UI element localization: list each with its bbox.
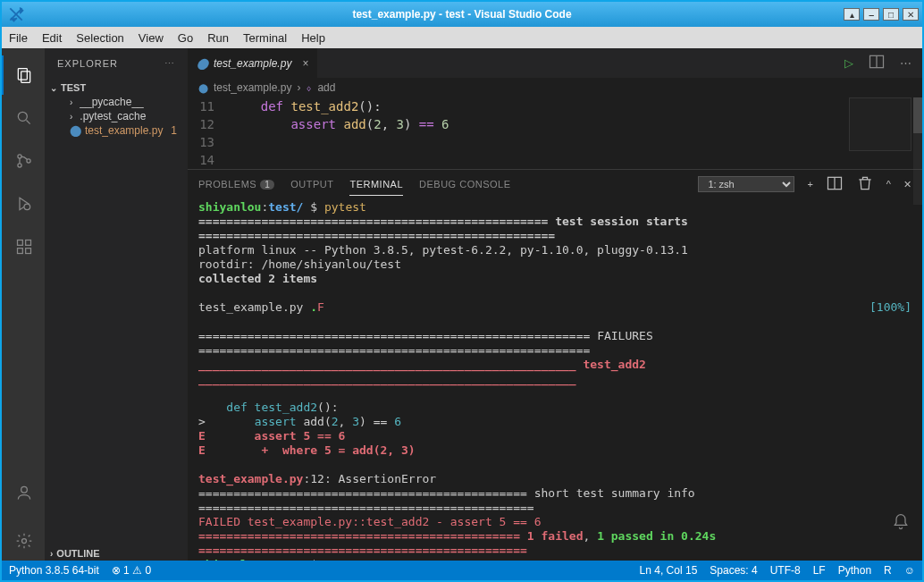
panel: PROBLEMS1 OUTPUT TERMINAL DEBUG CONSOLE … (188, 169, 922, 561)
tree-item-testfile[interactable]: ⬤test_example.py1 (45, 123, 188, 138)
notifications-icon[interactable] (892, 513, 910, 534)
symbol-method-icon: ⬨ (306, 81, 312, 94)
chevron-right-icon: › (297, 81, 300, 94)
run-debug-icon[interactable] (2, 184, 45, 224)
menu-terminal[interactable]: Terminal (243, 31, 287, 45)
menu-edit[interactable]: Edit (42, 31, 62, 45)
warning-icon: ⚠ (132, 564, 142, 577)
chevron-down-icon: ⌄ (50, 83, 57, 93)
split-terminal-icon[interactable] (826, 174, 844, 194)
window-title: test_example.py - test - Visual Studio C… (352, 8, 571, 21)
sidebar: EXPLORER ⋯ ⌄TEST ›__pycache__ ›.pytest_c… (45, 48, 188, 561)
run-icon[interactable]: ▷ (844, 56, 853, 70)
svg-rect-1 (21, 72, 30, 83)
menu-view[interactable]: View (139, 31, 164, 45)
python-file-icon: ⬤ (70, 124, 81, 137)
svg-rect-0 (18, 69, 27, 80)
status-problems[interactable]: ⊗ 1 ⚠ 0 (112, 564, 151, 577)
status-spaces[interactable]: Spaces: 4 (710, 564, 757, 577)
titlebar: test_example.py - test - Visual Studio C… (2, 2, 922, 27)
new-terminal-icon[interactable]: + (807, 179, 812, 190)
svg-point-5 (27, 159, 30, 163)
menu-run[interactable]: Run (207, 31, 229, 45)
status-bar: Python 3.8.5 64-bit ⊗ 1 ⚠ 0 Ln 4, Col 15… (2, 561, 922, 580)
status-encoding[interactable]: UTF-8 (770, 564, 801, 577)
maximize-panel-icon[interactable]: ^ (886, 179, 891, 190)
svg-point-3 (18, 155, 21, 158)
svg-point-2 (18, 112, 27, 121)
python-file-icon: ⬤ (197, 57, 208, 70)
minimap[interactable] (849, 97, 911, 151)
accounts-icon[interactable] (2, 473, 45, 512)
breadcrumb[interactable]: ⬤ test_example.py › ⬨ add (188, 78, 922, 97)
menu-help[interactable]: Help (301, 31, 325, 45)
roll-up-button[interactable]: ▴ (844, 8, 860, 21)
status-language[interactable]: Python (838, 564, 871, 577)
split-editor-icon[interactable] (868, 53, 886, 73)
status-cursor[interactable]: Ln 4, Col 15 (640, 564, 698, 577)
svg-rect-8 (18, 249, 23, 254)
menu-file[interactable]: File (9, 31, 28, 45)
tab-test-example[interactable]: ⬤ test_example.py × (188, 48, 317, 78)
explorer-label: EXPLORER (57, 58, 118, 69)
svg-rect-9 (26, 249, 31, 254)
menubar: File Edit Selection View Go Run Terminal… (2, 27, 922, 48)
error-icon: ⊗ (112, 564, 121, 577)
minimize-button[interactable]: ‒ (863, 8, 879, 21)
status-eol[interactable]: LF (813, 564, 826, 577)
chevron-right-icon: › (70, 112, 72, 122)
python-file-icon: ⬤ (198, 83, 208, 93)
svg-point-6 (24, 204, 30, 210)
maximize-button[interactable]: □ (883, 8, 899, 21)
tab-debug-console[interactable]: DEBUG CONSOLE (419, 173, 510, 195)
editor-more-icon[interactable]: ⋯ (900, 56, 911, 70)
tree-item-pytestcache[interactable]: ›.pytest_cache (45, 109, 188, 123)
kill-terminal-icon[interactable] (856, 174, 874, 194)
status-r[interactable]: R (884, 564, 892, 577)
close-panel-icon[interactable]: ✕ (903, 179, 911, 190)
close-tab-icon[interactable]: × (302, 57, 308, 70)
close-window-button[interactable]: ✕ (903, 8, 919, 21)
app-icon (7, 5, 25, 23)
svg-point-11 (21, 486, 28, 493)
tab-bar: ⬤ test_example.py × ▷ ⋯ (188, 48, 922, 78)
svg-rect-10 (26, 240, 31, 246)
vertical-scrollbar[interactable] (913, 97, 922, 205)
activity-bar (2, 48, 45, 561)
svg-point-4 (18, 164, 21, 167)
svg-rect-7 (18, 240, 23, 246)
terminal-output[interactable]: shiyanlou:test/ $ pytest ===============… (188, 198, 922, 561)
tab-terminal[interactable]: TERMINAL (349, 173, 403, 196)
panel-tabs: PROBLEMS1 OUTPUT TERMINAL DEBUG CONSOLE … (188, 170, 922, 198)
source-control-icon[interactable] (2, 141, 45, 181)
explorer-more-icon[interactable]: ⋯ (164, 58, 175, 70)
menu-selection[interactable]: Selection (76, 31, 123, 45)
code-content[interactable]: def test_add2(): assert add(2, 3) == 6 (231, 97, 922, 169)
tab-output[interactable]: OUTPUT (290, 173, 333, 195)
outline-section[interactable]: ›OUTLINE (45, 546, 188, 561)
status-python[interactable]: Python 3.8.5 64-bit (9, 564, 99, 577)
line-numbers: 11 12 13 14 (188, 97, 231, 169)
extensions-icon[interactable] (2, 227, 45, 266)
project-section[interactable]: ⌄TEST (45, 80, 188, 95)
explorer-icon[interactable] (2, 55, 45, 95)
chevron-right-icon: › (70, 97, 72, 107)
settings-icon[interactable] (2, 521, 45, 561)
tree-item-pycache[interactable]: ›__pycache__ (45, 95, 188, 109)
code-editor[interactable]: 11 12 13 14 def test_add2(): assert add(… (188, 97, 922, 169)
status-feedback-icon[interactable]: ☺ (904, 564, 915, 577)
chevron-right-icon: › (50, 549, 53, 559)
editor-area: ⬤ test_example.py × ▷ ⋯ ⬤ test_example.p… (188, 48, 922, 561)
scrollbar-thumb[interactable] (913, 97, 922, 133)
svg-point-12 (22, 539, 27, 544)
terminal-select[interactable]: 1: zsh (698, 176, 794, 192)
search-icon[interactable] (2, 98, 45, 138)
tab-problems[interactable]: PROBLEMS1 (198, 173, 274, 195)
menu-go[interactable]: Go (178, 31, 193, 45)
